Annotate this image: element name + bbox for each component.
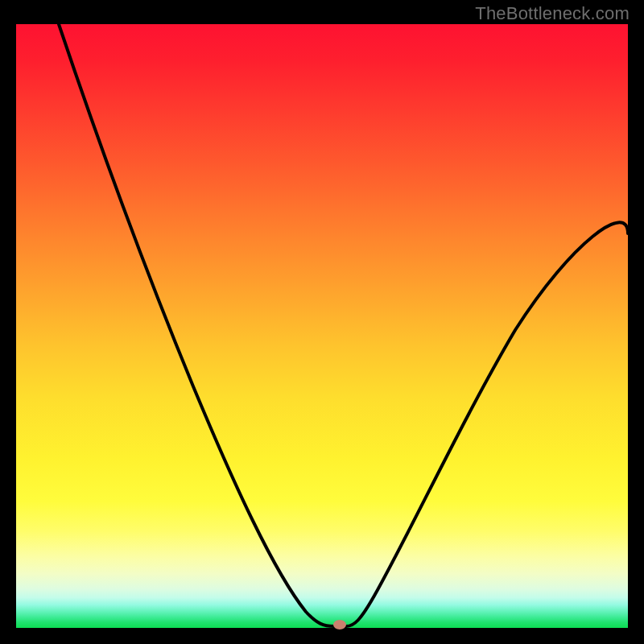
optimum-marker (333, 620, 346, 630)
chart-frame: TheBottleneck.com (0, 0, 644, 644)
bottleneck-curve (16, 24, 628, 628)
watermark-text: TheBottleneck.com (475, 3, 630, 24)
gradient-plot-area (16, 24, 628, 628)
curve-path (59, 24, 628, 626)
